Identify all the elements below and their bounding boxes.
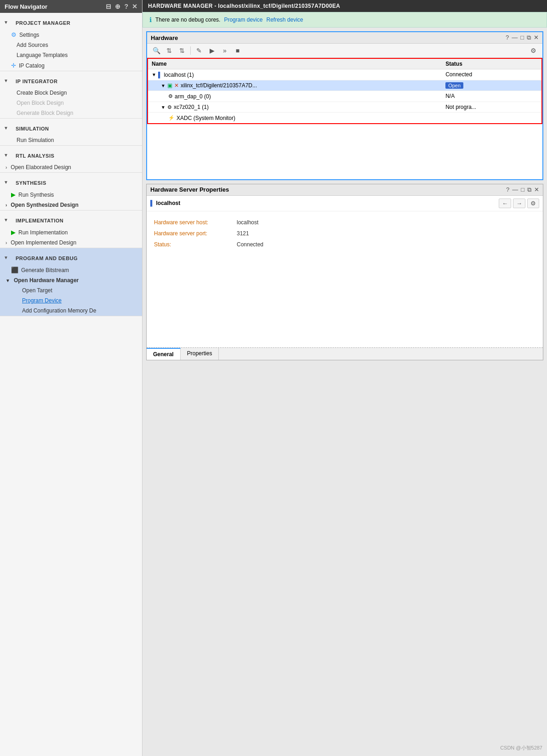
back-button[interactable]: ← — [499, 199, 511, 208]
run-button[interactable]: ▶ — [206, 45, 217, 56]
create-block-design-label: Create Block Design — [17, 90, 67, 96]
prop-row-status: Status: Connected — [154, 239, 536, 250]
properties-tabs-bar: General Properties — [147, 347, 543, 360]
table-row[interactable]: ⚙ arm_dap_0 (0) N/A — [148, 91, 542, 102]
table-row[interactable]: ▼ ▣ ✕ xilinx_tcf/Digilent/210357A7D... O… — [148, 80, 542, 91]
properties-panel-title-bar: Hardware Server Properties ? — □ ⧉ ✕ — [147, 184, 543, 196]
toolbar-separator — [190, 46, 191, 55]
device-name: xilinx_tcf/Digilent/210357A7D... — [181, 82, 257, 89]
implementation-section-header[interactable]: ▼ IMPLEMENTATION — [0, 210, 142, 227]
panel-close-icon[interactable]: ✕ — [534, 186, 539, 193]
panel-maximize-icon[interactable]: ⧉ — [527, 34, 531, 41]
row-status-cell: Not progra... — [442, 102, 542, 113]
table-row[interactable]: ⚡ XADC (System Monitor) — [148, 113, 542, 124]
program-device-link[interactable]: Program device — [224, 17, 262, 23]
open-elaborated-design-label: Open Elaborated Design — [11, 164, 71, 171]
watermark: CSDN @小智5287 — [500, 745, 542, 751]
prop-row-port: Hardware server port: 3121 — [154, 228, 536, 239]
section-rtl-analysis: ▼ RTL ANALYSIS › Open Elaborated Design — [0, 146, 142, 173]
sidebar-item-generate-block-design: Generate Block Design — [0, 108, 142, 118]
forward-button[interactable]: → — [513, 199, 525, 208]
section-title-project-manager: PROJECT MANAGER — [10, 17, 76, 28]
float-icon[interactable]: ⊕ — [115, 3, 120, 10]
tab-general[interactable]: General — [147, 348, 181, 360]
panel-minimize-icon[interactable]: — — [512, 34, 518, 41]
panel-help-icon[interactable]: ? — [506, 34, 509, 41]
tab-properties[interactable]: Properties — [181, 348, 219, 360]
ip-integrator-section-header[interactable]: ▼ IP INTEGRATOR — [0, 71, 142, 88]
hardware-table-container: Name Status ▼ ▌ localhost (1) Co — [147, 58, 542, 124]
simulation-section-header[interactable]: ▼ SIMULATION — [0, 119, 142, 135]
row-status-cell: Connected — [442, 69, 542, 80]
sidebar-item-open-synthesized-design[interactable]: › Open Synthesized Design — [0, 200, 142, 210]
sidebar-item-run-simulation[interactable]: Run Simulation — [0, 135, 142, 145]
warning-icon: ✕ — [174, 82, 179, 89]
stop-button[interactable]: ■ — [232, 45, 243, 56]
sort-button[interactable]: ⇅ — [177, 45, 188, 56]
filter-button[interactable]: ⇅ — [164, 45, 175, 56]
localhost-icon: ▌ — [158, 72, 162, 78]
arrow-icon: › — [6, 203, 7, 208]
refresh-device-link[interactable]: Refresh device — [266, 17, 303, 23]
panel-restore-icon[interactable]: □ — [520, 34, 524, 41]
sidebar-item-add-config-memory[interactable]: Add Configuration Memory De — [0, 306, 142, 316]
row-name-cell: ▼ ▌ localhost (1) — [148, 69, 442, 80]
nav-buttons: ← → ⚙ — [499, 199, 539, 208]
table-row[interactable]: ▼ ▌ localhost (1) Connected — [148, 69, 542, 80]
panel-minimize-icon[interactable]: — — [512, 186, 518, 193]
hardware-panel-title: Hardware — [151, 34, 178, 41]
help-icon[interactable]: ? — [124, 3, 128, 10]
panel-restore-icon[interactable]: □ — [521, 186, 524, 193]
sidebar-item-program-device[interactable]: Program Device — [0, 296, 142, 306]
table-row[interactable]: ▼ ⚙ xc7z020_1 (1) Not progra... — [148, 102, 542, 113]
sidebar-item-open-target[interactable]: Open Target — [0, 285, 142, 296]
status-column-header: Status — [442, 58, 542, 69]
row-name-cell: ▼ ⚙ xc7z020_1 (1) — [148, 102, 442, 113]
sidebar-header-icons: ⊟ ⊕ ? ✕ — [106, 3, 137, 10]
run-implementation-label: Run Implementation — [18, 229, 68, 236]
row-status-cell: Open — [442, 80, 542, 91]
sidebar-item-open-elaborated-design[interactable]: › Open Elaborated Design — [0, 162, 142, 172]
sidebar-item-open-hardware-manager[interactable]: ▼ Open Hardware Manager — [0, 275, 142, 285]
sidebar-item-run-synthesis[interactable]: ▶ Run Synthesis — [0, 189, 142, 200]
sidebar-item-ip-catalog[interactable]: ✛ IP Catalog — [0, 60, 142, 71]
section-title-simulation: SIMULATION — [10, 122, 55, 133]
open-hardware-manager-label: Open Hardware Manager — [14, 277, 79, 284]
synthesis-section-header[interactable]: ▼ SYNTHESIS — [0, 173, 142, 189]
project-manager-section-header[interactable]: ▼ PROJECT MANAGER — [0, 13, 142, 29]
prop-label-host: Hardware server host: — [154, 219, 237, 226]
search-button[interactable]: 🔍 — [151, 45, 162, 56]
sidebar-item-language-templates[interactable]: Language Templates — [0, 50, 142, 60]
edit-button[interactable]: ✎ — [194, 45, 205, 56]
panel-help-icon[interactable]: ? — [506, 186, 509, 193]
properties-panel-nav: ▌ localhost ← → ⚙ — [147, 196, 543, 211]
section-title-synthesis: SYNTHESIS — [10, 176, 52, 188]
settings-nav-button[interactable]: ⚙ — [527, 199, 539, 208]
properties-panel: Hardware Server Properties ? — □ ⧉ ✕ ▌ l… — [146, 184, 543, 360]
sidebar-item-open-implemented-design[interactable]: › Open Implemented Design — [0, 238, 142, 248]
program-debug-section-header[interactable]: ▼ PROGRAM AND DEBUG — [0, 248, 142, 265]
sidebar-item-run-implementation[interactable]: ▶ Run Implementation — [0, 227, 142, 238]
sidebar-item-open-block-design: Open Block Design — [0, 98, 142, 108]
settings-button[interactable]: ⚙ — [528, 45, 539, 56]
panel-close-icon[interactable]: ✕ — [534, 34, 539, 41]
sidebar-item-add-sources[interactable]: Add Sources — [0, 40, 142, 50]
sidebar-item-settings[interactable]: ⚙ Settings — [0, 29, 142, 40]
pin-icon[interactable]: ⊟ — [106, 3, 111, 10]
localhost-name: localhost (1) — [164, 72, 194, 78]
section-simulation: ▼ SIMULATION Run Simulation — [0, 119, 142, 146]
prop-row-host: Hardware server host: localhost — [154, 217, 536, 228]
chevron-icon: ▼ — [4, 125, 8, 131]
properties-empty-space — [147, 256, 543, 347]
rtl-analysis-section-header[interactable]: ▼ RTL ANALYSIS — [0, 146, 142, 162]
close-icon[interactable]: ✕ — [132, 3, 137, 10]
sidebar-item-generate-bitstream[interactable]: ⬛ Generate Bitstream — [0, 265, 142, 275]
hardware-table: Name Status ▼ ▌ localhost (1) Co — [147, 58, 542, 124]
skip-button[interactable]: » — [219, 45, 230, 56]
sidebar-item-create-block-design[interactable]: Create Block Design — [0, 88, 142, 98]
prop-label-status: Status: — [154, 241, 237, 248]
panel-maximize-icon[interactable]: ⧉ — [527, 186, 531, 193]
generate-bitstream-label: Generate Bitstream — [21, 267, 69, 273]
prop-value-port: 3121 — [237, 230, 249, 237]
chevron-icon: ▼ — [161, 83, 165, 88]
